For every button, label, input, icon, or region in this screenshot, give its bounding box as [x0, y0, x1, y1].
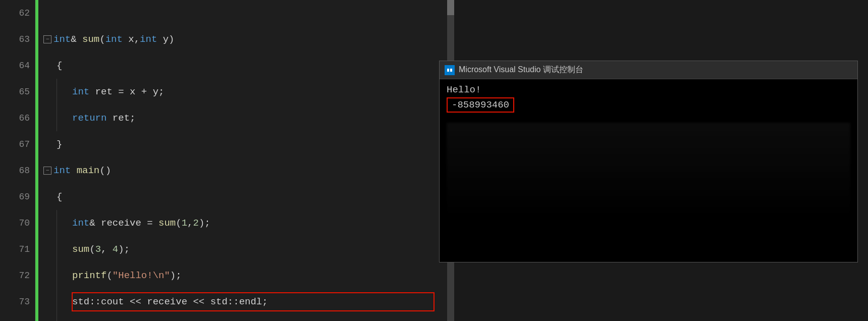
line-number-63: 63 [0, 26, 35, 52]
line-number-70: 70 [0, 210, 35, 236]
code-line-65: int ret = x + y; [43, 79, 447, 105]
line-number-67: 67 [0, 131, 35, 157]
line-number-69: 69 [0, 184, 35, 210]
code-content: −int& sum(int x,int y) { int ret = x + y… [38, 0, 447, 321]
line-number-62: 62 [0, 0, 35, 26]
code-line-62 [43, 0, 447, 26]
code-line-69: { [43, 184, 447, 210]
line-number-66: 66 [0, 105, 35, 131]
line-number-64: 64 [0, 52, 35, 79]
code-line-66: return ret; [43, 105, 447, 131]
line-number-68: 68 [0, 157, 35, 184]
code-line-64: { [43, 52, 447, 79]
code-line-73: std::cout << receive << std::endl; [43, 289, 447, 315]
code-line-63: −int& sum(int x,int y) [43, 26, 447, 52]
console-window: Microsoft Visual Studio 调试控制台 Hello! -85… [439, 61, 858, 262]
line-number-73: 73 [0, 289, 35, 315]
code-editor: 62 63 64 65 66 67 68 69 70 71 72 [0, 0, 454, 321]
code-line-67: } [43, 131, 447, 157]
console-window-icon [445, 65, 455, 75]
line-numbers-gutter: 62 63 64 65 66 67 68 69 70 71 72 [0, 0, 35, 321]
console-value-box: -858993460 [447, 97, 514, 113]
code-line-74: return 0; [43, 315, 447, 321]
code-line-72: printf("Hello!\n"); [43, 262, 447, 289]
console-output-value-row: -858993460 [447, 97, 850, 113]
green-indicator-bar [35, 0, 38, 321]
code-line-71: sum(3, 4); [43, 236, 447, 262]
line-number-65: 65 [0, 79, 35, 105]
svg-rect-2 [450, 69, 452, 72]
console-titlebar: Microsoft Visual Studio 调试控制台 [440, 61, 857, 79]
line-number-74: 74 [0, 315, 35, 321]
collapse-68[interactable]: − [43, 167, 51, 175]
collapse-63[interactable]: − [43, 35, 51, 43]
code-line-70: int& receive = sum(1,2); [43, 210, 447, 236]
line-number-72: 72 [0, 262, 35, 289]
console-body: Hello! -858993460 [440, 79, 857, 229]
line-number-71: 71 [0, 236, 35, 262]
svg-rect-1 [447, 69, 449, 72]
scrollbar-thumb[interactable] [447, 0, 454, 15]
code-line-68: −int main() [43, 157, 447, 184]
console-title: Microsoft Visual Studio 调试控制台 [459, 65, 583, 75]
console-output-hello: Hello! [447, 84, 850, 95]
console-blurred-area [447, 123, 850, 224]
